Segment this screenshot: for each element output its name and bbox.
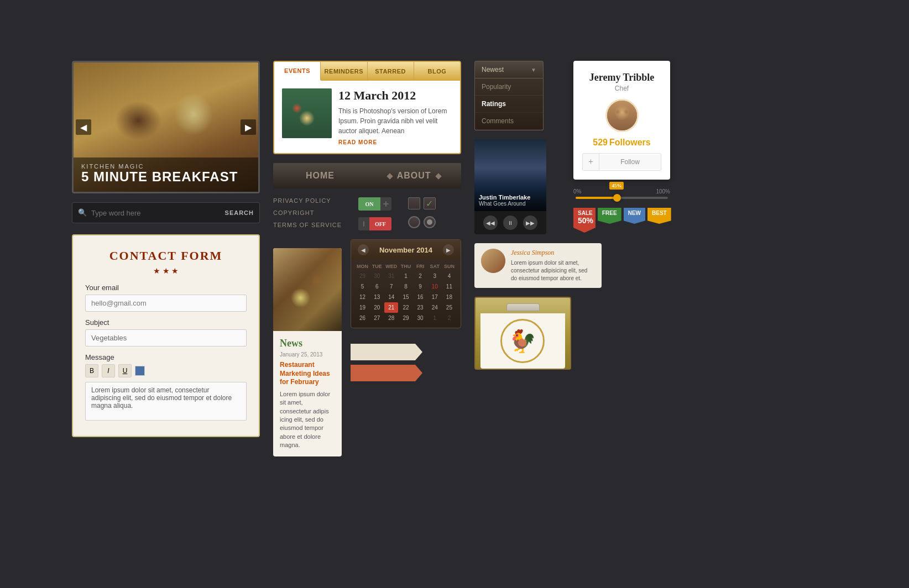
cal-day[interactable]: 29 — [356, 271, 369, 281]
cal-day[interactable]: 11 — [442, 281, 456, 292]
cal-day[interactable]: 29 — [399, 313, 412, 323]
sort-item-ratings[interactable]: Ratings — [475, 96, 543, 113]
cal-day[interactable]: 4 — [442, 271, 456, 281]
dropdown-chevron-icon: ▼ — [531, 67, 536, 73]
clipboard-clip — [506, 303, 540, 311]
profile-followers: 529 Followers — [582, 138, 661, 148]
checkbox-unchecked[interactable] — [408, 197, 420, 209]
cal-day[interactable]: 13 — [370, 292, 384, 302]
arrow-light[interactable] — [351, 344, 422, 360]
search-button[interactable]: SEARCH — [225, 209, 254, 216]
slider-prev-button[interactable]: ◀ — [76, 119, 91, 135]
cal-day[interactable]: 24 — [428, 302, 442, 313]
color-swatch[interactable] — [135, 366, 145, 376]
clipboard-paper: 🐓 — [480, 313, 566, 369]
arrow-dark[interactable] — [351, 365, 422, 381]
cal-day[interactable]: 17 — [428, 292, 442, 302]
tab-reminders[interactable]: REMINDERS — [321, 62, 367, 81]
cal-day[interactable]: 16 — [414, 292, 427, 302]
radio-on[interactable] — [424, 216, 436, 228]
cal-day[interactable]: 1 — [399, 271, 412, 281]
links-toggles-row: PRIVACY POLICY COPYRIGHT TERMS OF SERVIC… — [273, 197, 461, 230]
rooster-icon: 🐓 — [500, 319, 545, 363]
email-field[interactable] — [85, 295, 247, 312]
follow-button[interactable]: + Follow — [582, 153, 661, 171]
cal-day[interactable]: 22 — [399, 302, 412, 313]
cal-day[interactable]: 8 — [399, 281, 412, 292]
toggle-on-label: ON — [358, 197, 380, 211]
tabs-header: EVENTS REMINDERS STARRED BLOG — [274, 62, 460, 81]
cal-day[interactable]: 7 — [384, 281, 398, 292]
nav-about[interactable]: ABOUT — [367, 163, 461, 188]
calendar-day-headers: MON TUE WED THU FRI SAT SUN — [356, 262, 456, 271]
cal-day[interactable]: 18 — [442, 292, 456, 302]
profile-card: Jeremy Tribble Chef 529 Followers + Foll… — [573, 61, 670, 180]
cal-day[interactable]: 25 — [442, 302, 456, 313]
radio-off[interactable] — [408, 216, 420, 228]
music-next-button[interactable]: ▶▶ — [523, 216, 537, 230]
cal-day[interactable]: 26 — [356, 313, 369, 323]
tab-starred[interactable]: STARRED — [368, 62, 414, 81]
cal-day[interactable]: 15 — [399, 292, 412, 302]
subject-field[interactable] — [85, 329, 247, 347]
calendar-month: November 2014 — [379, 246, 432, 254]
nav-menu: HOME ABOUT — [273, 163, 461, 188]
tab-events[interactable]: EVENTS — [274, 62, 321, 81]
news-excerpt: Lorem ipsum dolor sit amet, consectetur … — [280, 390, 335, 450]
cal-week-4: 19 20 21 22 23 24 25 — [356, 302, 456, 313]
sort-item-popularity[interactable]: Popularity — [475, 78, 543, 96]
cal-day[interactable]: 1 — [428, 313, 442, 323]
message-textarea[interactable]: Lorem ipsum dolor sit amet, consectetur … — [85, 382, 247, 421]
link-terms[interactable]: TERMS OF SERVICE — [273, 222, 342, 228]
tab-text: This is Photoshop's version of Lorem Ips… — [338, 106, 452, 136]
badges-wrap: SALE 50% FREE NEW BEST — [573, 208, 695, 233]
cal-day[interactable]: 2 — [414, 271, 427, 281]
cal-day-10[interactable]: 10 — [428, 281, 442, 292]
cal-day[interactable]: 30 — [370, 271, 384, 281]
cal-day[interactable]: 5 — [356, 281, 369, 292]
italic-button[interactable]: I — [102, 364, 115, 377]
profile-name: Jeremy Tribble — [582, 72, 661, 83]
music-prev-button[interactable]: ◀◀ — [483, 216, 498, 230]
checkbox-checked[interactable]: ✓ — [424, 197, 436, 209]
slider-thumb[interactable]: 45% — [613, 194, 621, 202]
cal-day[interactable]: 9 — [414, 281, 427, 292]
cal-day[interactable]: 2 — [442, 313, 456, 323]
slider-next-button[interactable]: ▶ — [241, 119, 256, 135]
calendar-prev[interactable]: ◀ — [358, 244, 369, 255]
cal-day[interactable]: 30 — [414, 313, 427, 323]
cal-day[interactable]: 12 — [356, 292, 369, 302]
cal-day[interactable]: 27 — [370, 313, 384, 323]
search-input[interactable] — [91, 209, 225, 217]
link-privacy[interactable]: PRIVACY POLICY — [273, 197, 342, 204]
cal-day[interactable]: 20 — [370, 302, 384, 313]
cal-day[interactable]: 23 — [414, 302, 427, 313]
toggle-off[interactable]: OFF — [358, 217, 391, 230]
cal-day[interactable]: 28 — [384, 313, 398, 323]
slider-title: 5 MINUTE BREAKFAST — [81, 170, 250, 184]
nav-home[interactable]: HOME — [273, 163, 367, 188]
cal-day[interactable]: 14 — [384, 292, 398, 302]
news-body: News January 25, 2013 Restaurant Marketi… — [273, 331, 342, 456]
slider-track[interactable]: 45% — [576, 197, 668, 199]
sort-item-comments[interactable]: Comments — [475, 113, 543, 130]
read-more-button[interactable]: READ MORE — [338, 139, 377, 145]
tab-blog[interactable]: BLOG — [414, 62, 460, 81]
cal-day[interactable]: 31 — [384, 271, 398, 281]
cal-day[interactable]: 3 — [428, 271, 442, 281]
cal-day[interactable]: 6 — [370, 281, 384, 292]
sort-dropdown-header[interactable]: Newest ▼ — [474, 61, 544, 78]
nav-diamond-left — [386, 173, 393, 179]
news-date: January 25, 2013 — [280, 351, 335, 358]
bold-button[interactable]: B — [85, 364, 98, 377]
message-toolbar: B I U — [85, 364, 247, 377]
cal-header-sat: SAT — [428, 262, 442, 271]
underline-button[interactable]: U — [118, 364, 132, 377]
cal-day[interactable]: 19 — [356, 302, 369, 313]
toggle-on[interactable]: ON — [358, 197, 391, 211]
calendar-next[interactable]: ▶ — [443, 244, 454, 255]
music-pause-button[interactable]: ⏸ — [503, 216, 518, 230]
cal-day-today[interactable]: 21 — [384, 302, 398, 313]
link-copyright[interactable]: COPYRIGHT — [273, 209, 342, 216]
profile-avatar — [605, 99, 639, 132]
